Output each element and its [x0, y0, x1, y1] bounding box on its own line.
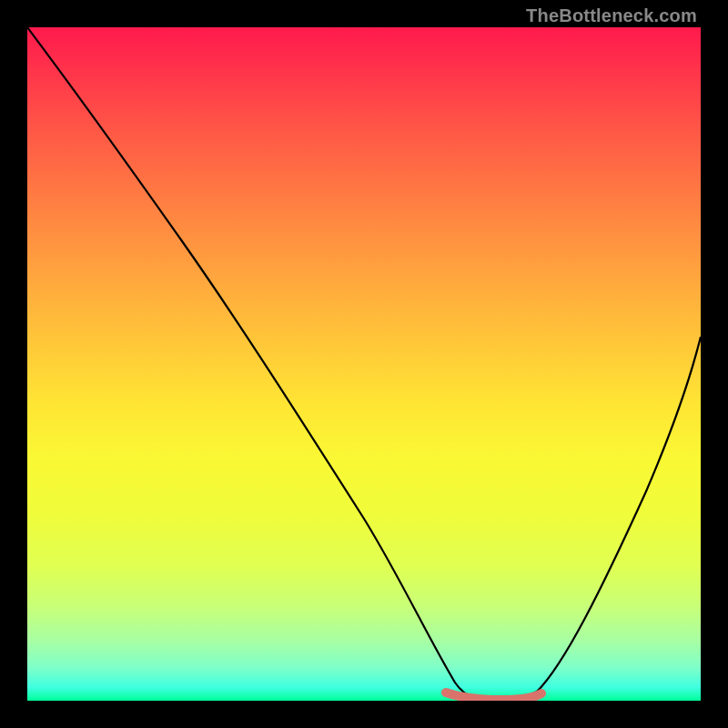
plot-area [27, 27, 701, 701]
watermark-text: TheBottleneck.com [526, 5, 697, 26]
bottleneck-curve-path [27, 27, 701, 699]
curve-layer [27, 27, 701, 701]
highlight-band-path [446, 693, 541, 700]
chart-frame: TheBottleneck.com [0, 0, 728, 728]
